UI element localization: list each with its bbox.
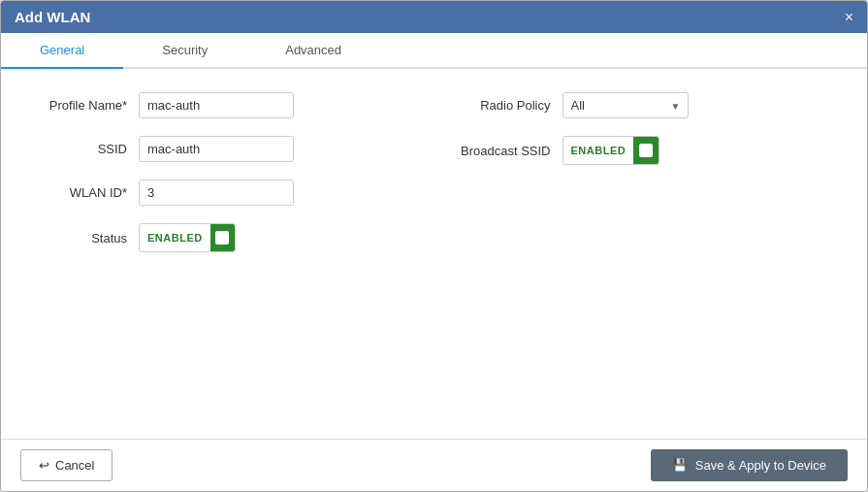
close-button[interactable]: × (845, 10, 853, 25)
radio-policy-select-wrapper: All 2.4 GHz 5 GHz (563, 92, 689, 118)
save-label: Save & Apply to Device (695, 458, 826, 473)
tab-security[interactable]: Security (123, 33, 246, 69)
profile-name-row: Profile Name* (30, 92, 415, 118)
cancel-button[interactable]: ↩ Cancel (20, 449, 113, 481)
tab-bar: General Security Advanced (1, 33, 867, 69)
wlan-id-row: WLAN ID* (30, 180, 415, 206)
form-left-column: Profile Name* SSID WLAN ID* Status (30, 92, 415, 252)
radio-policy-row: Radio Policy All 2.4 GHz 5 GHz (454, 92, 839, 118)
profile-name-label: Profile Name* (30, 98, 127, 113)
modal-body: Profile Name* SSID WLAN ID* Status (1, 69, 867, 439)
radio-policy-select[interactable]: All 2.4 GHz 5 GHz (563, 92, 689, 118)
form-right-column: Radio Policy All 2.4 GHz 5 GHz Broadcast… (454, 92, 839, 252)
add-wlan-modal: Add WLAN × General Security Advanced Pro… (0, 0, 868, 492)
status-row: Status ENABLED (30, 223, 415, 252)
modal-header: Add WLAN × (1, 1, 867, 33)
broadcast-ssid-toggle[interactable]: ENABLED (563, 136, 659, 165)
wlan-id-input[interactable] (139, 180, 294, 206)
modal-title: Add WLAN (15, 9, 90, 25)
tab-general[interactable]: General (1, 33, 123, 69)
status-toggle-label: ENABLED (140, 227, 210, 248)
broadcast-ssid-label: Broadcast SSID (454, 144, 551, 158)
save-icon: 💾 (672, 458, 688, 473)
undo-icon: ↩ (39, 458, 49, 473)
status-label: Status (30, 231, 127, 246)
cancel-label: Cancel (55, 458, 94, 473)
status-toggle[interactable]: ENABLED (139, 223, 236, 252)
save-apply-button[interactable]: 💾 Save & Apply to Device (651, 449, 848, 481)
ssid-label: SSID (30, 142, 127, 156)
status-toggle-button[interactable] (210, 224, 235, 251)
broadcast-ssid-row: Broadcast SSID ENABLED (454, 136, 839, 165)
tab-advanced[interactable]: Advanced (246, 33, 380, 69)
profile-name-input[interactable] (139, 92, 294, 118)
broadcast-ssid-toggle-button[interactable] (633, 137, 658, 164)
form-grid: Profile Name* SSID WLAN ID* Status (30, 92, 838, 252)
radio-policy-label: Radio Policy (454, 98, 551, 113)
wlan-id-label: WLAN ID* (30, 185, 127, 200)
broadcast-ssid-toggle-label: ENABLED (563, 140, 634, 161)
ssid-input[interactable] (139, 136, 294, 162)
modal-footer: ↩ Cancel 💾 Save & Apply to Device (1, 439, 867, 491)
ssid-row: SSID (30, 136, 415, 162)
